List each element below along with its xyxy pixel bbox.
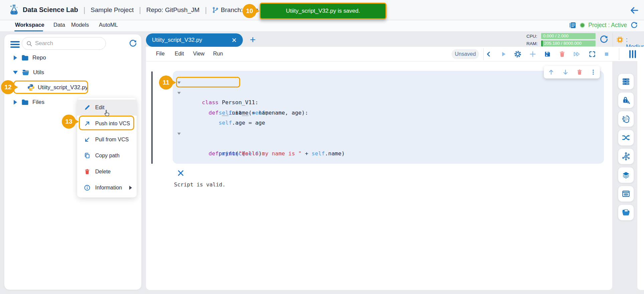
fullscreen-icon[interactable]: [588, 50, 597, 58]
menu-edit[interactable]: Edit: [175, 51, 184, 57]
arrow-up-icon[interactable]: [547, 68, 555, 76]
validation-message: Script is valid.: [174, 181, 225, 188]
play-icon[interactable]: [499, 50, 508, 58]
kebab-menu-icon[interactable]: [590, 69, 597, 76]
context-menu-label: Delete: [95, 169, 111, 175]
dismiss-validation-icon[interactable]: [177, 170, 184, 176]
folder-files-icon[interactable]: [618, 204, 634, 220]
annotation-badge-11: 11: [159, 76, 173, 90]
fold-caret-icon[interactable]: [177, 82, 181, 84]
plus-icon[interactable]: [528, 50, 537, 58]
chevron-down-icon[interactable]: [13, 71, 18, 74]
editor-file-tab[interactable]: Utiity_script_V32.py ✕: [146, 33, 243, 47]
repo-label: Repo: GitPush_JM: [146, 6, 199, 14]
editor-toolbar: File Edit View Run Unsaved: [146, 47, 644, 61]
app-title: Data Science Lab: [23, 6, 78, 14]
cursor-hand-icon: [103, 109, 111, 117]
fold-caret-icon[interactable]: [177, 133, 181, 135]
ram-label: RAM:: [526, 41, 541, 46]
copy-icon: [84, 152, 91, 159]
chevron-right-icon[interactable]: [14, 55, 17, 60]
shuffle-icon[interactable]: [618, 130, 634, 146]
chevron-left-icon[interactable]: [484, 50, 493, 58]
save-icon[interactable]: [543, 50, 552, 58]
context-menu-copy-path[interactable]: Copy path: [77, 148, 137, 164]
tab-automl[interactable]: AutoML: [99, 22, 118, 28]
arrow-down-icon[interactable]: [562, 68, 569, 76]
new-tab-button[interactable]: +: [250, 34, 256, 45]
ram-value: 205.180 / 8000.000: [544, 41, 582, 46]
context-menu-pull-from-vcs[interactable]: Pull from VCS: [77, 132, 137, 148]
cpu-label: CPU:: [526, 34, 541, 39]
tree-item-utils[interactable]: Utils: [4, 66, 141, 79]
context-menu-label: Push into VCS: [95, 121, 130, 127]
badge-number: 12: [4, 84, 11, 91]
context-menu-label: Pull from VCS: [95, 137, 129, 143]
badge-number: 13: [65, 118, 72, 125]
annotation-badge-10: 10: [243, 4, 257, 18]
menu-run[interactable]: Run: [213, 51, 223, 57]
tree-item-python-file[interactable]: Utiity_script_V32.py: [4, 81, 141, 94]
stop-icon[interactable]: [602, 50, 611, 58]
hamburger-menu-icon[interactable]: [10, 41, 20, 48]
window-loop-icon[interactable]: [618, 186, 634, 202]
report-icon[interactable]: [569, 21, 577, 29]
close-tab-icon[interactable]: ✕: [231, 36, 237, 44]
code-line: def myfunc(self):: [173, 128, 604, 139]
code-editor[interactable]: class Person_V11: def __init__(self, nam…: [173, 71, 604, 164]
toast-message: Utiity_script_V32.py is saved.: [286, 8, 360, 14]
flask-logo-icon: [8, 4, 20, 16]
cpu-usage-bar: 0.000 / 2.000: [541, 33, 596, 39]
tree-item-label: Utils: [33, 69, 44, 76]
editor-gutter-bar: [151, 71, 153, 164]
context-menu-label: Copy path: [95, 153, 120, 159]
info-icon: [84, 184, 91, 191]
menu-file[interactable]: File: [156, 51, 165, 57]
code-line: print("Hello my name is " + self.name): [173, 138, 604, 149]
refresh-icon[interactable]: [630, 21, 638, 29]
app-root: Data Science Lab | Sample Project | Repo…: [0, 0, 644, 294]
gear-icon[interactable]: [513, 50, 522, 58]
tree-item-label: Files: [32, 99, 44, 106]
git-branch-icon: [212, 7, 219, 13]
menu-view[interactable]: View: [193, 51, 204, 57]
tree-refresh-icon[interactable]: [129, 39, 137, 48]
folder-open-icon: [22, 68, 30, 77]
editor-tab-title: Utiity_script_V32.py: [152, 37, 202, 43]
resources-refresh-icon[interactable]: [599, 35, 609, 44]
layers-icon[interactable]: [618, 167, 634, 183]
code-line: def __init__(self, name, age):: [173, 88, 604, 98]
fold-caret-icon[interactable]: [177, 92, 181, 94]
chevron-right-icon[interactable]: [14, 100, 17, 105]
tab-data[interactable]: Data: [53, 22, 65, 28]
network-icon[interactable]: [618, 148, 634, 164]
code-line: class Person_V11:: [173, 77, 604, 88]
divider: |: [205, 6, 207, 14]
code-line-blank: [173, 118, 604, 128]
tab-models[interactable]: Models: [71, 22, 89, 28]
submenu-arrow-icon: [129, 186, 132, 190]
panel-toggle-icon[interactable]: [629, 50, 636, 58]
context-menu-delete[interactable]: Delete: [77, 164, 137, 180]
fast-forward-icon[interactable]: [573, 50, 581, 58]
divider: |: [84, 6, 86, 14]
cpu-chip-icon: [616, 36, 624, 44]
back-arrow-icon[interactable]: [629, 5, 639, 15]
code-line: self.age = age: [173, 108, 604, 118]
code-floating-toolbar: [544, 66, 600, 79]
context-menu-information[interactable]: Information: [77, 180, 137, 196]
trash-icon[interactable]: [558, 50, 567, 58]
search-input[interactable]: [35, 40, 95, 47]
python-icon: [27, 84, 35, 92]
context-menu-push-into-vcs[interactable]: Push into VCS: [77, 116, 137, 132]
server-rack-icon[interactable]: [618, 74, 634, 90]
tree-item-repo[interactable]: Repo: [4, 51, 141, 64]
brain-circuit-icon[interactable]: [618, 111, 634, 127]
tab-workspace[interactable]: Workspace: [15, 22, 44, 28]
search-box[interactable]: [22, 37, 106, 50]
trash-icon[interactable]: [576, 69, 583, 76]
lock-key-icon[interactable]: [618, 92, 634, 108]
save-state-badge: Unsaved: [452, 49, 479, 59]
context-menu-label: Information: [95, 185, 122, 191]
annotation-badge-13: 13: [62, 115, 76, 129]
